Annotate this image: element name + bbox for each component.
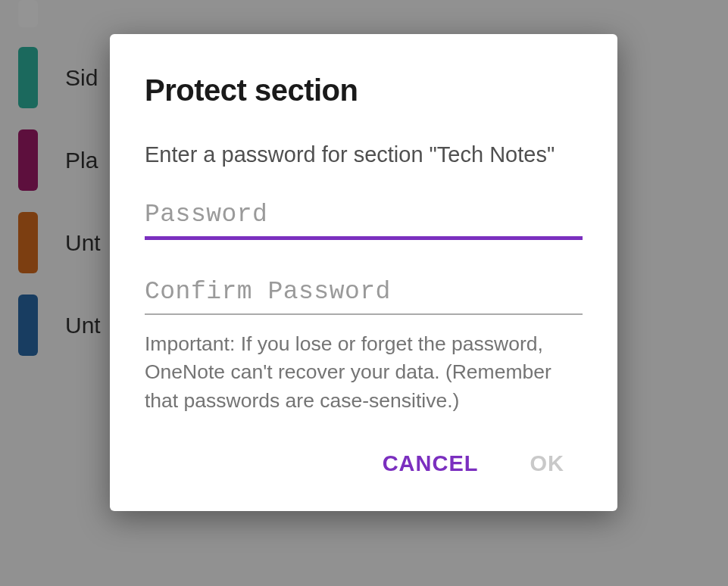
- cancel-button[interactable]: CANCEL: [380, 445, 482, 482]
- protect-section-dialog: Protect section Enter a password for sec…: [110, 34, 617, 511]
- dialog-actions: CANCEL OK: [145, 445, 583, 490]
- ok-button[interactable]: OK: [527, 445, 568, 482]
- dialog-title: Protect section: [145, 73, 583, 108]
- confirm-password-input[interactable]: [145, 273, 583, 315]
- password-input[interactable]: [145, 196, 583, 240]
- dialog-prompt: Enter a password for section "Tech Notes…: [145, 139, 583, 170]
- dialog-warning: Important: If you lose or forget the pas…: [145, 330, 583, 416]
